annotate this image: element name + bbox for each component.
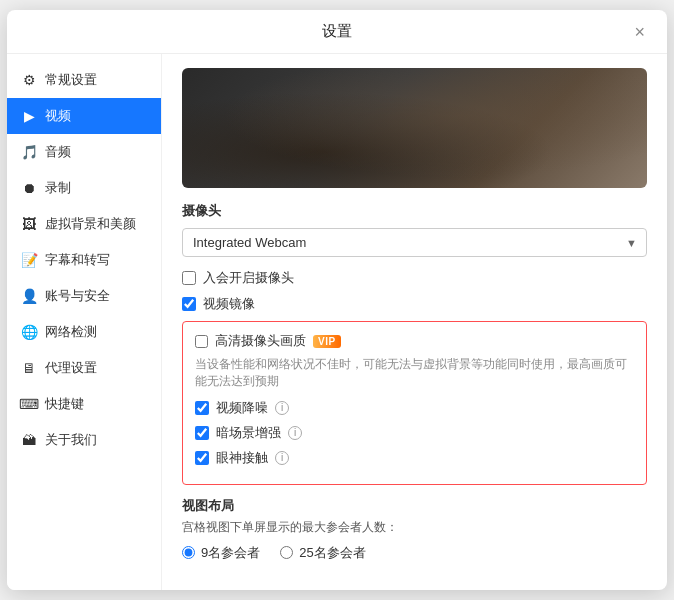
proxy-icon: 🖥: [21, 360, 37, 376]
network-icon: 🌐: [21, 324, 37, 340]
view-layout-section: 视图布局 宫格视图下单屏显示的最大参会者人数： 9名参会者 25名参会者: [182, 497, 647, 562]
lowlight-checkbox[interactable]: [195, 426, 209, 440]
sidebar-item-video[interactable]: ▶ 视频: [7, 98, 161, 134]
sidebar-item-general[interactable]: ⚙ 常规设置: [7, 62, 161, 98]
sidebar-item-audio[interactable]: 🎵 音频: [7, 134, 161, 170]
sidebar-label-caption: 字幕和转写: [45, 251, 110, 269]
lowlight-row: 暗场景增强 i: [195, 424, 634, 442]
sidebar: ⚙ 常规设置 ▶ 视频 🎵 音频 ⏺ 录制 🖼 虚拟背景和美颜 📝 字幕和转写 …: [7, 54, 162, 590]
caption-icon: 📝: [21, 252, 37, 268]
denoise-info-icon[interactable]: i: [275, 401, 289, 415]
mirror-checkbox[interactable]: [182, 297, 196, 311]
view-layout-desc: 宫格视图下单屏显示的最大参会者人数：: [182, 519, 647, 536]
camera-dropdown[interactable]: Integrated Webcam: [182, 228, 647, 257]
sidebar-item-account[interactable]: 👤 账号与安全: [7, 278, 161, 314]
sidebar-label-proxy: 代理设置: [45, 359, 97, 377]
hq-checkbox[interactable]: [195, 335, 208, 348]
sidebar-item-network[interactable]: 🌐 网络检测: [7, 314, 161, 350]
view-layout-title: 视图布局: [182, 497, 647, 515]
sidebar-label-audio: 音频: [45, 143, 71, 161]
settings-dialog: 设置 × ⚙ 常规设置 ▶ 视频 🎵 音频 ⏺ 录制 🖼 虚拟背景和美颜 📝 字…: [7, 10, 667, 590]
sidebar-item-proxy[interactable]: 🖥 代理设置: [7, 350, 161, 386]
hq-box: 高清摄像头画质 VIP 当设备性能和网络状况不佳时，可能无法与虚拟背景等功能同时…: [182, 321, 647, 485]
lowlight-label[interactable]: 暗场景增强: [216, 424, 281, 442]
denoise-checkbox[interactable]: [195, 401, 209, 415]
dialog-header: 设置 ×: [7, 10, 667, 54]
radio-9-label: 9名参会者: [201, 544, 260, 562]
hq-header-row: 高清摄像头画质 VIP: [195, 332, 634, 350]
join-camera-checkbox[interactable]: [182, 271, 196, 285]
sidebar-label-about: 关于我们: [45, 431, 97, 449]
vbg-icon: 🖼: [21, 216, 37, 232]
radio-9-item[interactable]: 9名参会者: [182, 544, 260, 562]
dialog-body: ⚙ 常规设置 ▶ 视频 🎵 音频 ⏺ 录制 🖼 虚拟背景和美颜 📝 字幕和转写 …: [7, 54, 667, 590]
mirror-label[interactable]: 视频镜像: [203, 295, 255, 313]
sidebar-label-video: 视频: [45, 107, 71, 125]
eye-row: 眼神接触 i: [195, 449, 634, 467]
sidebar-label-general: 常规设置: [45, 71, 97, 89]
mirror-row: 视频镜像: [182, 295, 647, 313]
eye-info-icon[interactable]: i: [275, 451, 289, 465]
about-icon: 🏔: [21, 432, 37, 448]
sidebar-label-record: 录制: [45, 179, 71, 197]
denoise-row: 视频降噪 i: [195, 399, 634, 417]
eye-label[interactable]: 眼神接触: [216, 449, 268, 467]
join-camera-row: 入会开启摄像头: [182, 269, 647, 287]
record-icon: ⏺: [21, 180, 37, 196]
radio-25[interactable]: [280, 546, 293, 559]
content-area: 摄像头 Integrated Webcam ▼ 入会开启摄像头 视频镜像: [162, 54, 667, 590]
general-icon: ⚙: [21, 72, 37, 88]
account-icon: 👤: [21, 288, 37, 304]
sidebar-item-shortcut[interactable]: ⌨ 快捷键: [7, 386, 161, 422]
audio-icon: 🎵: [21, 144, 37, 160]
radio-9[interactable]: [182, 546, 195, 559]
sidebar-item-caption[interactable]: 📝 字幕和转写: [7, 242, 161, 278]
denoise-label[interactable]: 视频降噪: [216, 399, 268, 417]
hq-description: 当设备性能和网络状况不佳时，可能无法与虚拟背景等功能同时使用，最高画质可能无法达…: [195, 356, 634, 391]
shortcut-icon: ⌨: [21, 396, 37, 412]
lowlight-info-icon[interactable]: i: [288, 426, 302, 440]
radio-25-item[interactable]: 25名参会者: [280, 544, 365, 562]
sidebar-label-account: 账号与安全: [45, 287, 110, 305]
hq-label[interactable]: 高清摄像头画质: [215, 332, 306, 350]
vip-badge: VIP: [313, 335, 341, 348]
sidebar-label-vbg: 虚拟背景和美颜: [45, 215, 136, 233]
eye-checkbox[interactable]: [195, 451, 209, 465]
sidebar-label-network: 网络检测: [45, 323, 97, 341]
radio-25-label: 25名参会者: [299, 544, 365, 562]
camera-section-label: 摄像头: [182, 202, 647, 220]
close-button[interactable]: ×: [628, 21, 651, 43]
dialog-title: 设置: [322, 22, 352, 41]
video-icon: ▶: [21, 108, 37, 124]
sidebar-label-shortcut: 快捷键: [45, 395, 84, 413]
sidebar-item-record[interactable]: ⏺ 录制: [7, 170, 161, 206]
camera-dropdown-wrap: Integrated Webcam ▼: [182, 228, 647, 257]
camera-preview: [182, 68, 647, 188]
sidebar-item-vbg[interactable]: 🖼 虚拟背景和美颜: [7, 206, 161, 242]
view-layout-radio-row: 9名参会者 25名参会者: [182, 544, 647, 562]
sidebar-item-about[interactable]: 🏔 关于我们: [7, 422, 161, 458]
join-camera-label[interactable]: 入会开启摄像头: [203, 269, 294, 287]
